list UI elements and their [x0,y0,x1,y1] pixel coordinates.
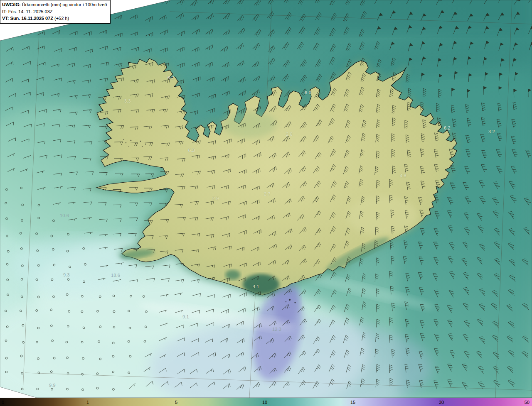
colorbar-tick-label: 5 [175,400,177,405]
colorbar-tick-label: 30 [439,400,444,405]
valid-time-line: VT: Sun. 16.11.2025 07Z (+52 h) [2,15,107,22]
colorbar-tick-label: 15 [350,400,355,405]
colorbar-tick-label: 50 [525,400,530,405]
weather-map-canvas [0,0,532,398]
valid-offset: (+52 h) [54,16,69,21]
valid-time: VT: Sun. 16.11.2025 07Z [2,16,53,21]
init-time: IT: Fös. 14. 11. 2025 03Z [2,8,107,15]
title-line: UWC/IG: Úrkomumætti (mm) og vindur í 100… [2,1,107,8]
colorbar-tick-label: 10 [262,400,267,405]
map-area: 6.23.36.02.66.36.23.24.82.92.710.69.318.… [0,0,532,398]
title-box: UWC/IG: Úrkomumætti (mm) og vindur í 100… [0,0,111,24]
colorbar-tick-label: 1 [86,400,89,405]
colorbar-tick-label: 0 [2,400,4,405]
map-title: Úrkomumætti (mm) og vindur í 100m hæð [22,2,107,7]
weather-map-product: 6.23.36.02.66.36.23.24.82.92.710.69.318.… [0,0,532,406]
model-label: UWC/IG: [2,2,21,7]
colorbar-legend: 01510153050 [0,398,532,406]
